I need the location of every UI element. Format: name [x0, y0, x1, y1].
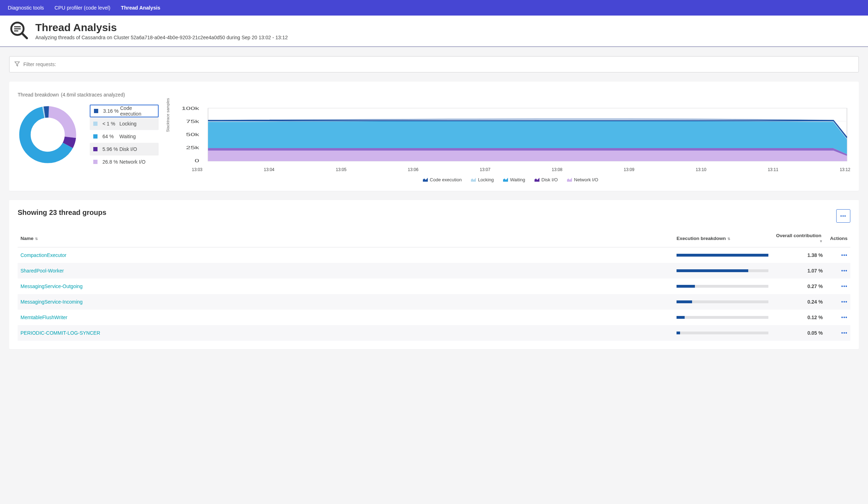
- table-row: MessagingService-Incoming0.24 %•••: [18, 294, 850, 310]
- svg-rect-4: [14, 30, 18, 31]
- overall-value: 1.38 %: [773, 247, 826, 263]
- ellipsis-icon: •••: [841, 315, 848, 320]
- svg-text:50k: 50k: [186, 132, 200, 137]
- breadcrumb-item-diagnostic-tools[interactable]: Diagnostic tools: [4, 0, 50, 16]
- bottom-legend-label: Locking: [478, 177, 494, 182]
- thread-group-link[interactable]: MessagingService-Outgoing: [20, 283, 83, 289]
- svg-text:100k: 100k: [182, 106, 200, 111]
- exec-bar: [677, 300, 768, 303]
- bottom-legend-item[interactable]: Disk I/O: [535, 177, 558, 182]
- breadcrumb-item-thread-analysis[interactable]: Thread Analysis: [117, 0, 166, 16]
- area-chart-wrap: Stacktrace samples 100k 75k 50k 25k 0: [171, 105, 850, 182]
- area-icon: [471, 178, 476, 182]
- filter-icon: [14, 61, 23, 68]
- xtick: 13:10: [696, 167, 706, 172]
- table-more-button[interactable]: •••: [836, 209, 850, 223]
- ellipsis-icon: •••: [841, 283, 848, 289]
- bottom-legend-item[interactable]: Locking: [471, 177, 494, 182]
- breakdown-title-text: Thread breakdown: [18, 92, 59, 98]
- bottom-legend-item[interactable]: Waiting: [503, 177, 525, 182]
- row-actions-button[interactable]: •••: [841, 283, 848, 289]
- area-icon: [567, 178, 572, 182]
- swatch-icon: [94, 109, 98, 113]
- table-row: MemtableFlushWriter0.12 %•••: [18, 310, 850, 325]
- legend-item-code-execution[interactable]: 3.16 %Code execution: [90, 105, 159, 117]
- legend-label: Disk I/O: [119, 146, 137, 152]
- breadcrumb: Diagnostic tools CPU profiler (code leve…: [0, 0, 868, 16]
- row-actions-button[interactable]: •••: [841, 268, 848, 274]
- xtick: 13:11: [768, 167, 778, 172]
- sort-icon: ⇅: [35, 237, 38, 241]
- legend-pct: 26.8 %: [102, 159, 119, 165]
- legend-label: Network I/O: [119, 159, 146, 165]
- svg-text:25k: 25k: [186, 145, 200, 150]
- swatch-icon: [93, 134, 98, 139]
- exec-bar: [677, 285, 768, 288]
- xtick: 13:06: [408, 167, 418, 172]
- bottom-legend-label: Waiting: [510, 177, 525, 182]
- swatch-icon: [93, 122, 98, 126]
- breadcrumb-item-cpu-profiler[interactable]: CPU profiler (code level): [50, 0, 117, 16]
- area-bottom-legend: Code executionLockingWaitingDisk I/ONetw…: [171, 177, 850, 182]
- xtick: 13:08: [552, 167, 562, 172]
- thread-group-link[interactable]: CompactionExecutor: [20, 252, 66, 258]
- page-header: Thread Analysis Analyzing threads of Cas…: [0, 16, 868, 47]
- thread-group-link[interactable]: MessagingService-Incoming: [20, 299, 83, 305]
- row-actions-button[interactable]: •••: [841, 315, 848, 320]
- bottom-legend-label: Disk I/O: [542, 177, 558, 182]
- row-actions-button[interactable]: •••: [841, 299, 848, 305]
- xtick: 13:04: [264, 167, 274, 172]
- legend-label: Locking: [119, 121, 136, 127]
- swatch-icon: [93, 147, 98, 151]
- xtick: 13:03: [192, 167, 202, 172]
- col-name[interactable]: Name⇅: [18, 229, 674, 247]
- breakdown-legend: 3.16 %Code execution< 1 %Locking64 %Wait…: [90, 105, 159, 182]
- thread-group-link[interactable]: MemtableFlushWriter: [20, 315, 67, 320]
- xtick: 13:07: [480, 167, 490, 172]
- filter-placeholder: Filter requests:: [23, 61, 56, 67]
- legend-item-waiting[interactable]: 64 %Waiting: [90, 130, 159, 143]
- thread-breakdown-card: Thread breakdown (4.6mil stacktraces ana…: [9, 82, 859, 191]
- row-actions-button[interactable]: •••: [841, 252, 848, 258]
- sort-icon: ⇅: [727, 237, 730, 241]
- col-exec[interactable]: Execution breakdown⇅: [674, 229, 773, 247]
- xtick: 13:05: [336, 167, 347, 172]
- page-subtitle: Analyzing threads of Cassandra on Cluste…: [35, 35, 288, 40]
- area-icon: [503, 178, 508, 182]
- thread-group-link[interactable]: SharedPool-Worker: [20, 268, 64, 274]
- overall-value: 0.24 %: [773, 294, 826, 310]
- ellipsis-icon: •••: [841, 252, 848, 258]
- legend-pct: < 1 %: [102, 121, 119, 127]
- svg-line-1: [22, 33, 27, 38]
- page-title: Thread Analysis: [35, 22, 288, 34]
- legend-item-disk-i-o[interactable]: 5.96 %Disk I/O: [90, 143, 159, 156]
- table-row: PERIODIC-COMMIT-LOG-SYNCER0.05 %•••: [18, 325, 850, 341]
- overall-value: 0.12 %: [773, 310, 826, 325]
- table-row: SharedPool-Worker1.07 %•••: [18, 263, 850, 279]
- ellipsis-icon: •••: [841, 299, 848, 305]
- table-title: Showing 23 thread groups: [18, 209, 106, 217]
- col-overall[interactable]: Overall contribution ▼: [773, 229, 826, 247]
- ellipsis-icon: •••: [840, 213, 846, 218]
- svg-text:0: 0: [195, 158, 199, 163]
- area-chart: 100k 75k 50k 25k 0: [171, 105, 850, 165]
- legend-pct: 3.16 %: [103, 108, 120, 114]
- breakdown-subtitle: (4.6mil stacktraces analyzed): [61, 92, 125, 98]
- thread-groups-card: Showing 23 thread groups ••• Name⇅ Execu…: [9, 200, 859, 349]
- ellipsis-icon: •••: [841, 268, 848, 274]
- row-actions-button[interactable]: •••: [841, 330, 848, 336]
- legend-item-network-i-o[interactable]: 26.8 %Network I/O: [90, 156, 159, 168]
- exec-bar: [677, 332, 768, 334]
- legend-item-locking[interactable]: < 1 %Locking: [90, 117, 159, 130]
- filter-input[interactable]: Filter requests:: [9, 56, 859, 72]
- thread-group-link[interactable]: PERIODIC-COMMIT-LOG-SYNCER: [20, 330, 100, 336]
- bottom-legend-item[interactable]: Code execution: [423, 177, 462, 182]
- swatch-icon: [93, 160, 98, 164]
- col-actions: Actions: [826, 229, 850, 247]
- thread-analysis-icon: [9, 20, 35, 41]
- legend-pct: 64 %: [102, 134, 119, 139]
- thread-groups-table: Name⇅ Execution breakdown⇅ Overall contr…: [18, 229, 850, 341]
- bottom-legend-label: Network I/O: [574, 177, 598, 182]
- bottom-legend-item[interactable]: Network I/O: [567, 177, 598, 182]
- donut-chart: [18, 105, 78, 182]
